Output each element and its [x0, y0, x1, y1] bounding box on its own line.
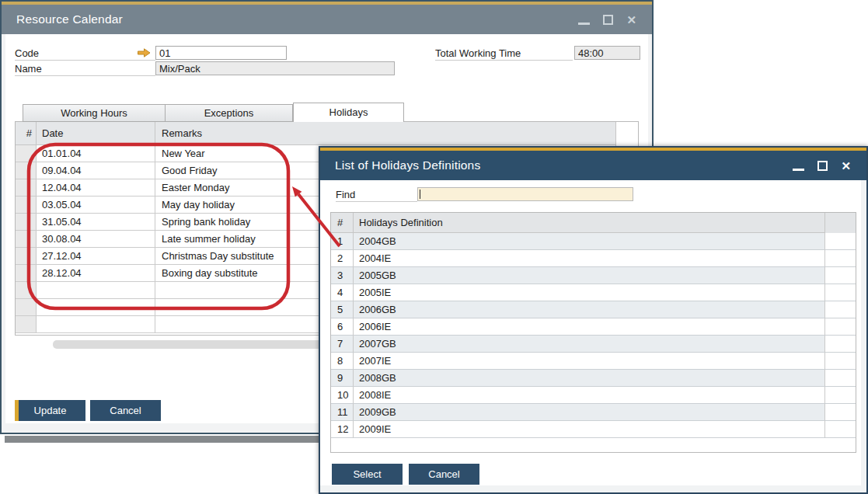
column-header-remarks[interactable]: Remarks [155, 122, 616, 145]
date-cell[interactable]: 31.05.04 [37, 214, 155, 231]
table-row[interactable]: 6 2006IE [331, 318, 856, 336]
definition-cell[interactable]: 2007IE [354, 353, 825, 370]
row-number-cell: 10 [331, 387, 354, 404]
date-cell[interactable]: 01.01.04 [37, 145, 155, 162]
row-number-cell [16, 299, 37, 316]
frame-strip [2, 34, 5, 433]
grid-header-row: # Date Remarks [16, 122, 638, 145]
date-cell[interactable] [37, 316, 155, 333]
tab-holidays[interactable]: Holidays [293, 103, 404, 122]
table-row[interactable]: 4 2005IE [331, 284, 856, 301]
column-header-number[interactable]: # [16, 122, 37, 145]
link-arrow-icon[interactable] [137, 47, 152, 58]
definition-cell[interactable]: 2008GB [354, 370, 825, 387]
row-number-cell [16, 265, 37, 282]
date-cell[interactable]: 12.04.04 [37, 179, 155, 197]
row-number-cell [16, 316, 37, 333]
definition-cell[interactable]: 2009IE [354, 421, 825, 438]
row-number-cell: 12 [331, 421, 354, 438]
tab-bar: Working Hours Exceptions Holidays [23, 103, 404, 122]
definition-cell[interactable]: 2004IE [354, 250, 825, 267]
grid-body: 1 2004GB 2 2004IE 3 2005GB [331, 233, 856, 438]
maximize-icon[interactable] [817, 161, 828, 171]
row-number-cell: 2 [331, 250, 354, 267]
total-working-time-field[interactable] [574, 46, 640, 60]
table-row[interactable]: 9 2008GB [331, 370, 856, 387]
close-icon[interactable]: ✕ [626, 15, 636, 25]
table-row[interactable]: 8 2007IE [331, 353, 856, 370]
definition-cell[interactable]: 2008IE [354, 387, 825, 404]
row-number-cell: 3 [331, 267, 354, 284]
column-header-date[interactable]: Date [37, 122, 155, 145]
table-row[interactable]: 11 2009GB [331, 404, 856, 421]
date-cell[interactable] [37, 299, 155, 316]
date-cell[interactable]: 09.04.04 [37, 162, 155, 179]
minimize-icon[interactable] [793, 169, 804, 171]
table-row[interactable]: 1 2004GB [331, 233, 856, 250]
definition-cell[interactable]: 2004GB [354, 233, 825, 250]
definition-cell[interactable]: 2005IE [354, 284, 825, 301]
name-field[interactable] [155, 61, 395, 75]
update-button[interactable]: Update [15, 400, 85, 421]
holidays-definitions-grid: # Holidays Definition 1 2004GB 2 2004IE [330, 212, 856, 453]
date-cell[interactable] [37, 282, 155, 299]
column-header-number[interactable]: # [331, 213, 354, 233]
definition-cell[interactable]: 2007GB [354, 336, 825, 353]
frame-strip [861, 180, 866, 492]
cancel-button[interactable]: Cancel [409, 464, 479, 485]
row-number-cell: 7 [331, 336, 354, 353]
find-input[interactable] [417, 187, 633, 201]
table-row[interactable]: 2 2004IE [331, 250, 856, 267]
definition-cell[interactable]: 2009GB [354, 404, 825, 421]
row-number-cell [16, 145, 37, 162]
column-header-filler [616, 122, 638, 145]
table-row[interactable]: 7 2007GB [331, 336, 856, 353]
name-label: Name [15, 62, 155, 76]
select-button[interactable]: Select [332, 464, 403, 485]
row-number-cell: 6 [331, 318, 354, 336]
date-cell[interactable]: 27.12.04 [37, 248, 155, 265]
row-number-cell [16, 231, 37, 248]
code-label: Code [15, 47, 155, 61]
cancel-button[interactable]: Cancel [90, 400, 161, 421]
date-cell[interactable]: 30.08.04 [37, 231, 155, 248]
frame-strip [320, 485, 866, 492]
window-title: Resource Calendar [2, 12, 123, 26]
grid-header-row: # Holidays Definition [331, 213, 856, 233]
close-icon[interactable]: ✕ [841, 161, 851, 171]
row-number-cell [16, 214, 37, 231]
row-number-cell [16, 282, 37, 299]
row-number-cell: 9 [331, 370, 354, 387]
row-number-cell: 11 [331, 404, 354, 421]
table-row[interactable]: 5 2006GB [331, 301, 856, 318]
row-number-cell [16, 197, 37, 214]
code-field[interactable] [155, 46, 287, 60]
definition-cell[interactable]: 2005GB [354, 267, 825, 284]
column-header-filler [825, 213, 856, 233]
definition-cell[interactable]: 2006GB [354, 301, 825, 318]
holidays-definitions-titlebar[interactable]: List of Holidays Definitions ✕ [320, 151, 866, 180]
row-number-cell [16, 162, 37, 179]
row-number-cell: 1 [331, 233, 354, 250]
definition-cell[interactable]: 2006IE [354, 318, 825, 336]
minimize-icon[interactable] [578, 23, 590, 25]
date-cell[interactable]: 28.12.04 [37, 265, 155, 282]
row-number-cell [16, 248, 37, 265]
table-row[interactable]: 12 2009IE [331, 421, 856, 438]
resource-calendar-titlebar[interactable]: Resource Calendar ✕ [2, 5, 652, 34]
table-row[interactable]: 10 2008IE [331, 387, 856, 404]
window-title: List of Holidays Definitions [320, 158, 480, 172]
table-row[interactable]: 3 2005GB [331, 267, 856, 284]
desktop: Resource Calendar ✕ Code Name Total Work… [0, 0, 868, 494]
find-label: Find [336, 188, 417, 202]
row-number-cell [16, 179, 37, 197]
holidays-definitions-window: List of Holidays Definitions ✕ Find # Ho… [319, 146, 868, 494]
row-number-cell: 5 [331, 301, 354, 318]
date-cell[interactable]: 03.05.04 [37, 197, 155, 214]
total-working-time-label: Total Working Time [435, 47, 573, 61]
tab-working-hours[interactable]: Working Hours [23, 104, 166, 122]
column-header-definition[interactable]: Holidays Definition [354, 213, 825, 233]
maximize-icon[interactable] [603, 15, 613, 25]
row-number-cell: 8 [331, 353, 354, 370]
tab-exceptions[interactable]: Exceptions [166, 104, 293, 122]
